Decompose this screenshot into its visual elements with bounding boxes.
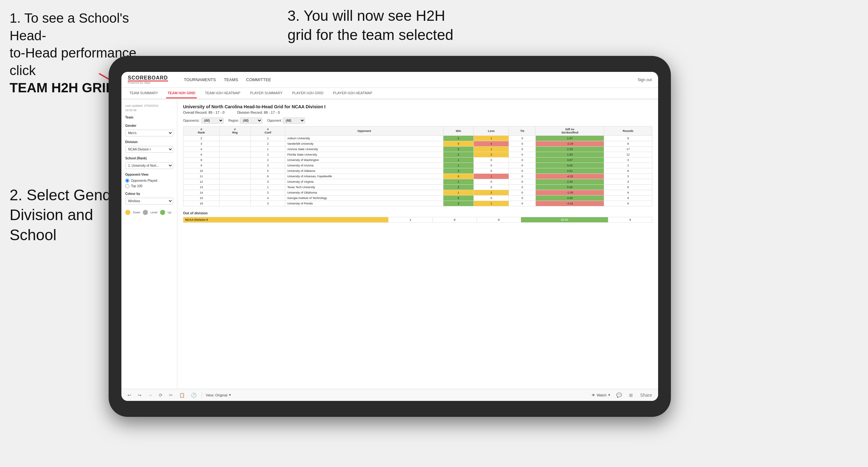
cell-tie: 0 — [509, 185, 536, 190]
col-opponent: Opponent — [285, 126, 443, 136]
cell-reg — [219, 190, 250, 195]
cell-rank: 16 — [183, 201, 219, 206]
cell-diff: 5.56 — [536, 185, 604, 190]
paste-button[interactable]: 📋 — [178, 392, 186, 398]
cell-win: 6 — [443, 195, 473, 201]
school-section: School (Rank) 1. University of Nort... — [125, 157, 173, 169]
undo-button[interactable]: ↩ — [126, 392, 132, 398]
ann1-bold: TEAM H2H GRID — [9, 80, 115, 95]
cell-reg — [219, 136, 250, 141]
annotation-3: 3. You will now see H2H grid for the tea… — [287, 6, 453, 45]
cell-rounds: 9 — [604, 195, 652, 201]
radio-opponents-played-input[interactable] — [125, 179, 129, 183]
cell-opponent: University of Alabama — [285, 168, 443, 174]
cell-loss: 1 — [474, 147, 509, 152]
filter-opponent-label: Opponent — [267, 119, 281, 122]
cell-loss: 2 — [474, 190, 509, 195]
view-original-button[interactable]: View: Original ▾ — [206, 393, 231, 397]
opponent-radio-group: Opponents Played Top 100 — [125, 179, 173, 188]
table-row: 11 6 University of Arkansas, Fayettevill… — [183, 174, 652, 179]
gender-select[interactable]: Men's — [125, 130, 173, 136]
cell-win: 1 — [443, 157, 473, 163]
cell-win: 2 — [443, 136, 473, 141]
col-diff: Diff AvStrokes/Rnd — [536, 126, 604, 136]
table-row: 13 1 Texas Tech University 3 0 0 5.56 9 — [183, 185, 652, 190]
cell-reg — [219, 157, 250, 163]
color-dot-level — [143, 210, 148, 215]
nav-committee[interactable]: COMMITTEE — [246, 76, 271, 84]
cell-win: 0 — [443, 174, 473, 179]
watch-button[interactable]: 👁 Watch ▾ — [592, 393, 610, 397]
cell-rounds: 9 — [604, 185, 652, 190]
cell-tie: 0 — [509, 179, 536, 185]
cell-diff: -4.33 — [536, 174, 604, 179]
legend-up: Up — [168, 211, 172, 214]
colour-by-label: Colour by — [125, 192, 173, 195]
gender-section: Gender Men's — [125, 124, 173, 136]
clock-button[interactable]: 🕐 — [190, 392, 198, 398]
cell-opponent: University of Arkansas, Fayetteville — [285, 174, 443, 179]
filter-opponent-select[interactable]: (All) — [283, 118, 305, 124]
out-of-division-row: NCAA Division II 1 0 0 26.00 3 — [183, 217, 652, 223]
bottom-toolbar: ↩ ↪ → ⟳ ✂ 📋 🕐 View: Original ▾ 👁 Watch ▾… — [121, 389, 658, 401]
view-label: View: Original — [206, 393, 227, 397]
cell-diff: 1.83 — [536, 152, 604, 157]
cell-diff: -4.42 — [536, 201, 604, 206]
col-rounds: Rounds — [604, 126, 652, 136]
nav-tournaments[interactable]: TOURNAMENTS — [184, 76, 216, 84]
tab-player-h2h-grid[interactable]: PLAYER H2H GRID — [290, 89, 325, 98]
radio-opponents-played[interactable]: Opponents Played — [125, 179, 173, 183]
comment-button[interactable]: 💬 — [615, 392, 623, 398]
color-dot-down — [125, 210, 130, 215]
nav-bar: SCOREBOARD Powered by clippi TOURNAMENTS… — [121, 72, 658, 88]
forward-button[interactable]: → — [147, 392, 154, 398]
redo-button[interactable]: ↪ — [136, 392, 143, 398]
radio-top100[interactable]: Top 100 — [125, 184, 173, 188]
col-rank: #Rank — [183, 126, 219, 136]
tab-team-h2h-heatmap[interactable]: TEAM H2H HEATMAP — [203, 89, 242, 98]
cell-loss: 0 — [474, 157, 509, 163]
school-select[interactable]: 1. University of Nort... — [125, 162, 173, 169]
tab-player-h2h-heatmap[interactable]: PLAYER H2H HEATMAP — [331, 89, 374, 98]
tab-player-summary[interactable]: PLAYER SUMMARY — [248, 89, 284, 98]
cell-diff: 2.61 — [536, 168, 604, 174]
cell-reg — [219, 201, 250, 206]
layout-button[interactable]: ⊞ — [628, 392, 634, 398]
cell-rank: 6 — [183, 152, 219, 157]
nav-teams[interactable]: TEAMS — [224, 76, 238, 84]
logo-text: SCOREBOARD — [128, 75, 168, 81]
table-row: 9 3 University of Arizona 1 0 0 9.00 2 — [183, 163, 652, 168]
out-diff: 26.00 — [521, 217, 608, 223]
tab-team-h2h-grid[interactable]: TEAM H2H GRID — [166, 89, 197, 98]
table-row: 16 3 University of Florida 3 1 0 -4.42 9 — [183, 201, 652, 206]
colour-by-select[interactable]: Win/loss — [125, 198, 173, 205]
cell-loss: 0 — [474, 168, 509, 174]
cell-reg — [219, 141, 250, 147]
filter-region-select[interactable]: (All) — [240, 118, 262, 124]
cell-tie: 0 — [509, 168, 536, 174]
legend-down: Down — [133, 211, 140, 214]
cell-conf: 2 — [250, 190, 285, 195]
cell-tie: 0 — [509, 136, 536, 141]
cut-button[interactable]: ✂ — [168, 392, 174, 398]
cell-rounds: 9 — [604, 190, 652, 195]
cell-win: 3 — [443, 185, 473, 190]
division-select[interactable]: NCAA Division I — [125, 146, 173, 153]
tab-team-summary[interactable]: TEAM SUMMARY — [128, 89, 160, 98]
share-button[interactable]: Share — [639, 392, 653, 398]
filter-region: Region (All) — [228, 118, 262, 124]
cell-conf: 3 — [250, 179, 285, 185]
table-row: 8 2 University of Washington 1 0 0 3.67 … — [183, 157, 652, 163]
filter-opponents-select[interactable]: (All) — [201, 118, 224, 124]
grid-area: University of North Carolina Head-to-Hea… — [177, 99, 658, 389]
nav-sign-out[interactable]: Sign out — [638, 77, 652, 82]
cell-tie: 0 — [509, 141, 536, 147]
cell-tie: 0 — [509, 201, 536, 206]
out-loss: 0 — [433, 217, 477, 223]
cell-rounds: 2 — [604, 163, 652, 168]
out-tie: 0 — [477, 217, 521, 223]
refresh-button[interactable]: ⟳ — [157, 392, 164, 398]
cell-reg — [219, 147, 250, 152]
radio-top100-input[interactable] — [125, 184, 129, 188]
cell-conf: 4 — [250, 195, 285, 201]
